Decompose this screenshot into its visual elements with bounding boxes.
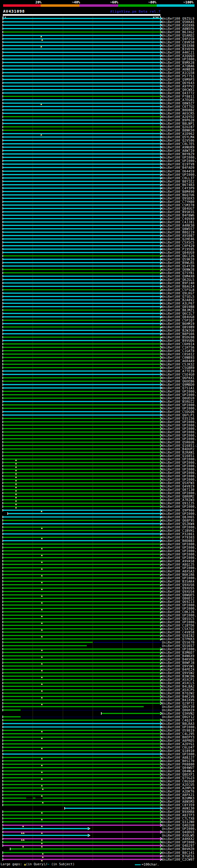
- alignment-hit-row[interactable]: UniRef100_B0SI70: [0, 759, 197, 763]
- hit-label[interactable]: UniRef100_A6R4A9: [162, 359, 195, 363]
- hit-label[interactable]: UniRef100_B4LBA2: [162, 685, 195, 688]
- hit-bar[interactable]: [3, 221, 160, 223]
- hit-label[interactable]: UniRef100_B7Q2W2: [162, 691, 195, 695]
- hit-label[interactable]: UniRef100_Q6FLP1: [162, 413, 195, 417]
- hit-bar[interactable]: [3, 689, 160, 690]
- hit-label[interactable]: UniRef100_UPI000..: [162, 553, 197, 556]
- alignment-hit-row[interactable]: UniRef100_B4FAD9: [0, 166, 197, 169]
- alignment-hit-row[interactable]: UniRef100_Q5S657: [0, 644, 197, 648]
- hit-bar[interactable]: [3, 676, 160, 677]
- alignment-hit-row[interactable]: UniRef100_B3M6D7: [0, 651, 197, 654]
- hit-label[interactable]: UniRef100_Q2U287: [162, 125, 195, 129]
- alignment-hit-row[interactable]: UniRef100_C8Y359: [0, 803, 197, 807]
- hit-label[interactable]: UniRef100_Q4D297: [162, 844, 195, 847]
- hit-bar[interactable]: [3, 601, 160, 602]
- hit-bar[interactable]: [3, 530, 160, 531]
- hit-label[interactable]: UniRef100_C0GSG0: [162, 780, 195, 783]
- hit-bar[interactable]: [3, 343, 160, 345]
- hit-label[interactable]: UniRef100_C5GBR9: [162, 366, 195, 370]
- alignment-hit-row[interactable]: UniRef100_C4Y3P9: [0, 187, 197, 190]
- hit-label[interactable]: UniRef100_B5DG98: [162, 336, 195, 339]
- hit-bar[interactable]: [3, 374, 160, 375]
- alignment-hit-row[interactable]: UniRef100_C4Q2V7: [0, 719, 197, 722]
- hit-bar[interactable]: [3, 306, 160, 307]
- hit-label[interactable]: UniRef100_B4KVE6: [162, 658, 195, 661]
- hit-label[interactable]: UniRef100_C0L7E5: [162, 142, 195, 146]
- alignment-hit-row[interactable]: UniRef100_Q9SDX3: [0, 197, 197, 200]
- hit-label[interactable]: UniRef100_Q7SEL5: [162, 295, 195, 298]
- hit-bar[interactable]: [3, 838, 160, 839]
- hit-bar[interactable]: [3, 594, 160, 595]
- alignment-hit-row[interactable]: UniRef100_UPI000..: [0, 827, 197, 831]
- alignment-hit-row[interactable]: UniRef100_A8N5M3: [0, 800, 197, 803]
- hit-bar[interactable]: [3, 364, 160, 365]
- alignment-hit-row[interactable]: UniRef100_P08800: [0, 763, 197, 766]
- alignment-hit-row[interactable]: UniRef100_B6T4R3: [0, 183, 197, 187]
- hit-bar[interactable]: [3, 350, 160, 351]
- hit-bar[interactable]: [3, 255, 160, 256]
- alignment-hit-row[interactable]: UniRef100_A5DLW5: [0, 834, 197, 837]
- hit-label[interactable]: UniRef100_Q8SSC5: [162, 617, 195, 620]
- hit-label[interactable]: UniRef100_UPI000..: [162, 542, 197, 546]
- hit-bar[interactable]: [3, 709, 21, 711]
- alignment-hit-row[interactable]: UniRef100_UPI000..: [0, 752, 197, 756]
- alignment-hit-row[interactable]: UniRef100_A6R4A9: [0, 359, 197, 363]
- alignment-hit-row[interactable]: UniRef100_Q91ZJ5: [0, 502, 197, 505]
- hit-bar[interactable]: [3, 313, 160, 314]
- alignment-hit-row[interactable]: UniRef100_Q3HVN2: [0, 712, 197, 715]
- alignment-hit-row[interactable]: UniRef100_UPI000..: [0, 437, 197, 441]
- hit-label[interactable]: UniRef100_Q751A1: [162, 386, 195, 390]
- hit-bar[interactable]: [3, 598, 160, 599]
- alignment-hit-row[interactable]: UniRef100_UPI000..: [0, 173, 197, 177]
- hit-label[interactable]: UniRef100_UPI000..: [162, 471, 197, 474]
- hit-label[interactable]: UniRef100_UPI000..: [162, 156, 197, 159]
- hit-label[interactable]: UniRef100_UPI000..: [162, 461, 197, 464]
- alignment-hit-row[interactable]: UniRef100_Q2HE46: [0, 238, 197, 241]
- hit-bar[interactable]: [3, 615, 160, 616]
- hit-label[interactable]: UniRef100_Q9XUS6: [162, 583, 195, 587]
- hit-label[interactable]: UniRef100_UPI000..: [162, 491, 197, 495]
- hit-label[interactable]: UniRef100_A2DKT6: [162, 790, 195, 793]
- alignment-hit-row[interactable]: UniRef100_A7QBA6: [0, 64, 197, 68]
- hit-bar[interactable]: [3, 18, 160, 19]
- hit-bar[interactable]: [3, 59, 160, 60]
- alignment-hit-row[interactable]: UniRef100_Q69Z13: [0, 600, 197, 603]
- hit-label[interactable]: UniRef100_B4FAD9: [162, 166, 195, 169]
- hit-label[interactable]: UniRef100_UPI000..: [162, 512, 197, 516]
- hit-label[interactable]: UniRef100_A8W7I0: [162, 149, 195, 152]
- alignment-hit-row[interactable]: UniRef100_A9NUR9: [0, 146, 197, 149]
- hit-label[interactable]: UniRef100_B4F8W6: [162, 214, 195, 217]
- alignment-hit-row[interactable]: UniRef100_C5X7Q2: [0, 627, 197, 630]
- hit-label[interactable]: UniRef100_A3QQQ3: [162, 54, 195, 58]
- hit-label[interactable]: UniRef100_UPI000..: [162, 526, 197, 529]
- alignment-hit-row[interactable]: UniRef100_B8JMZ1: [0, 309, 197, 312]
- hit-bar[interactable]: [3, 777, 160, 778]
- hit-bar[interactable]: [3, 201, 160, 202]
- hit-label[interactable]: UniRef100_B6K1R6: [162, 573, 195, 577]
- hit-label[interactable]: UniRef100_C5JR32: [162, 363, 195, 366]
- hit-bar[interactable]: [3, 669, 160, 670]
- hit-bar[interactable]: [3, 340, 160, 341]
- alignment-hit-row[interactable]: UniRef100_C5JR32: [0, 363, 197, 366]
- hit-label[interactable]: UniRef100_B6HM19: [162, 322, 195, 326]
- hit-label[interactable]: UniRef100_Q29F72: [162, 702, 195, 705]
- alignment-hit-row[interactable]: UniRef100_O59819: [0, 729, 197, 732]
- hit-label[interactable]: UniRef100_Q8R0M2: [162, 495, 195, 498]
- alignment-hit-row[interactable]: UniRef100_B2UMK3: [0, 797, 197, 800]
- hit-bar[interactable]: [3, 821, 160, 823]
- hit-bar[interactable]: [3, 665, 160, 666]
- alignment-hit-row[interactable]: UniRef100_UPI000..: [0, 607, 197, 610]
- hit-bar[interactable]: [3, 760, 160, 762]
- alignment-hit-row[interactable]: UniRef100_Q9VSW2: [0, 671, 197, 675]
- alignment-hit-row[interactable]: UniRef100_C7YH80: [0, 200, 197, 204]
- hit-bar[interactable]: [3, 55, 160, 56]
- alignment-hit-row[interactable]: UniRef100_C1BVH1: [0, 529, 197, 532]
- hit-bar[interactable]: [3, 814, 160, 816]
- hit-label[interactable]: UniRef100_UPI000..: [162, 827, 197, 831]
- alignment-hit-row[interactable]: UniRef100_B8M490: [0, 190, 197, 193]
- alignment-hit-row[interactable]: UniRef100_Q8S9B9: [0, 326, 197, 329]
- hit-bar[interactable]: [3, 825, 160, 826]
- alignment-hit-row[interactable]: UniRef100_Q8JH65: [0, 516, 197, 519]
- alignment-hit-row[interactable]: UniRef100_Q0GY39: [0, 705, 197, 709]
- hit-label[interactable]: UniRef100_Q54YZ0: [162, 265, 195, 268]
